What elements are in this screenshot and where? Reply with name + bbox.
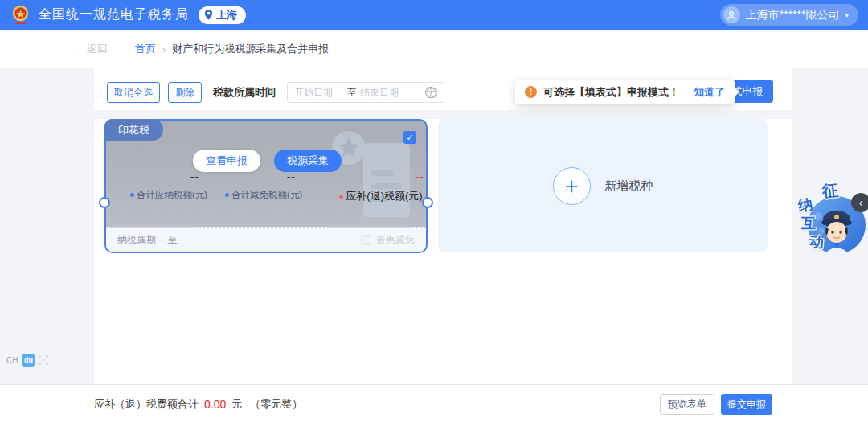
guide-message: 可选择【填表式】申报模式！ bbox=[543, 85, 679, 100]
app-header: 全国统一规范电子税务局 上海 上海市******限公司 ▾ bbox=[0, 0, 868, 30]
mascot-char: 互 bbox=[801, 214, 816, 233]
alert-icon: ! bbox=[525, 86, 537, 98]
app-title: 全国统一规范电子税务局 bbox=[39, 6, 189, 23]
stat-label: 合计应纳税额(元) bbox=[130, 189, 203, 201]
ime-du-badge[interactable]: du bbox=[22, 354, 35, 367]
breadcrumb-current: 财产和行为税税源采集及合并申报 bbox=[172, 42, 329, 56]
cancel-select-all-button[interactable]: 取消全选 bbox=[107, 82, 160, 103]
check-icon: ✓ bbox=[406, 133, 413, 143]
card-checkbox[interactable]: ✓ bbox=[403, 131, 416, 144]
stat-label: 合计减免税额(元) bbox=[225, 189, 299, 201]
mascot-char: 征 bbox=[821, 179, 840, 203]
bullet-icon bbox=[339, 195, 343, 199]
widget-collapse-button[interactable]: ‹ bbox=[851, 193, 868, 212]
location-label: 上海 bbox=[216, 8, 237, 23]
mascot-char: 动 bbox=[809, 231, 825, 252]
mascot-char: 纳 bbox=[796, 195, 814, 216]
total-summary: 应补（退）税费额合计 0.00 元 （零元整） bbox=[94, 385, 302, 422]
chevron-down-icon: ▾ bbox=[845, 11, 849, 19]
total-amount: 0.00 bbox=[204, 398, 226, 411]
ticket-notch-left bbox=[99, 197, 110, 208]
info-icon[interactable]: i bbox=[425, 87, 436, 98]
location-badge[interactable]: 上海 bbox=[199, 6, 246, 24]
view-declaration-button[interactable]: 查看申报 bbox=[193, 150, 260, 172]
ime-indicator: CH du bbox=[6, 354, 48, 367]
end-date-input[interactable] bbox=[360, 87, 410, 98]
add-tax-type-button[interactable]: ＋ 新增税种 bbox=[438, 119, 768, 252]
back-button[interactable]: ← 返回 bbox=[72, 42, 108, 56]
footer-bar: 应补（退）税费额合计 0.00 元 （零元整） 预览表单 提交申报 bbox=[0, 384, 868, 422]
stat-total-reduction: -- 合计减免税额(元) bbox=[225, 170, 299, 201]
date-range-picker[interactable]: 至 bbox=[287, 82, 444, 103]
stat-label: 应补(退)税额(元) bbox=[336, 189, 426, 203]
breadcrumb-separator: › bbox=[162, 43, 166, 55]
collapse-icon: ‹ bbox=[859, 196, 863, 209]
got-it-link[interactable]: 知道了 bbox=[694, 85, 725, 100]
location-pin-icon bbox=[204, 10, 213, 20]
source-collect-button[interactable]: 税源采集 bbox=[274, 150, 342, 172]
ime-language-label: CH bbox=[6, 356, 18, 365]
national-emblem-icon bbox=[10, 4, 31, 26]
user-icon bbox=[727, 10, 736, 20]
stat-value: -- bbox=[130, 170, 203, 183]
user-menu[interactable]: 上海市******限公司 ▾ bbox=[720, 4, 858, 26]
stat-net-payable: -- 应补(退)税额(元) bbox=[336, 170, 426, 203]
breadcrumb-home-link[interactable]: 首页 bbox=[135, 42, 156, 56]
stat-value: -- bbox=[225, 170, 299, 183]
stat-total-payable: -- 合计应纳税额(元) bbox=[130, 170, 203, 201]
add-tax-label: 新增税种 bbox=[605, 178, 653, 194]
company-name: 上海市******限公司 bbox=[746, 8, 840, 23]
card-footer-strip: 纳税属期 -- 至 -- 普惠减免 bbox=[106, 227, 426, 252]
main-panel: 取消全选 删除 税款所属时间 至 i ! 可选择【填表式】申报模式！ 知道了 填… bbox=[94, 68, 792, 384]
submit-declaration-button[interactable]: 提交申报 bbox=[721, 394, 772, 415]
benefit-option: 普惠减免 bbox=[361, 233, 415, 247]
ticket-notch-right bbox=[422, 197, 433, 208]
tax-card-stamp-tax[interactable]: 印花税 ✓ 查看申报 税源采集 -- 合计应纳税额(元) -- 合计减免税额(元… bbox=[104, 119, 428, 253]
stat-value: -- bbox=[336, 170, 426, 183]
start-date-input[interactable] bbox=[294, 87, 344, 98]
preview-form-button[interactable]: 预览表单 bbox=[660, 394, 714, 415]
back-arrow-icon: ← bbox=[72, 43, 83, 55]
tax-name-badge: 印花税 bbox=[104, 119, 163, 141]
benefit-label: 普惠减免 bbox=[376, 233, 415, 247]
avatar bbox=[723, 6, 740, 23]
amount-unit: 元 bbox=[231, 397, 242, 412]
section-divider bbox=[94, 110, 792, 119]
back-label: 返回 bbox=[87, 42, 108, 56]
ime-toolbox-icon[interactable] bbox=[39, 355, 48, 365]
total-label: 应补（退）税费额合计 bbox=[94, 397, 199, 412]
bullet-icon bbox=[130, 193, 134, 197]
amount-in-words: （零元整） bbox=[250, 397, 302, 412]
breadcrumb: ← 返回 首页 › 财产和行为税税源采集及合并申报 bbox=[0, 30, 868, 68]
date-range-to-label: 至 bbox=[347, 86, 357, 100]
tax-period-label: 税款所属时间 bbox=[213, 82, 276, 103]
guide-tooltip: ! 可选择【填表式】申报模式！ 知道了 bbox=[515, 80, 735, 104]
bullet-icon bbox=[225, 193, 229, 197]
plus-icon: ＋ bbox=[553, 167, 591, 205]
benefit-checkbox bbox=[361, 235, 371, 245]
screen: 全国统一规范电子税务局 上海 上海市******限公司 ▾ ← 返回 首页 › … bbox=[0, 0, 868, 422]
delete-button[interactable]: 删除 bbox=[168, 82, 202, 103]
tax-belong-period: 纳税属期 -- 至 -- bbox=[117, 233, 186, 247]
